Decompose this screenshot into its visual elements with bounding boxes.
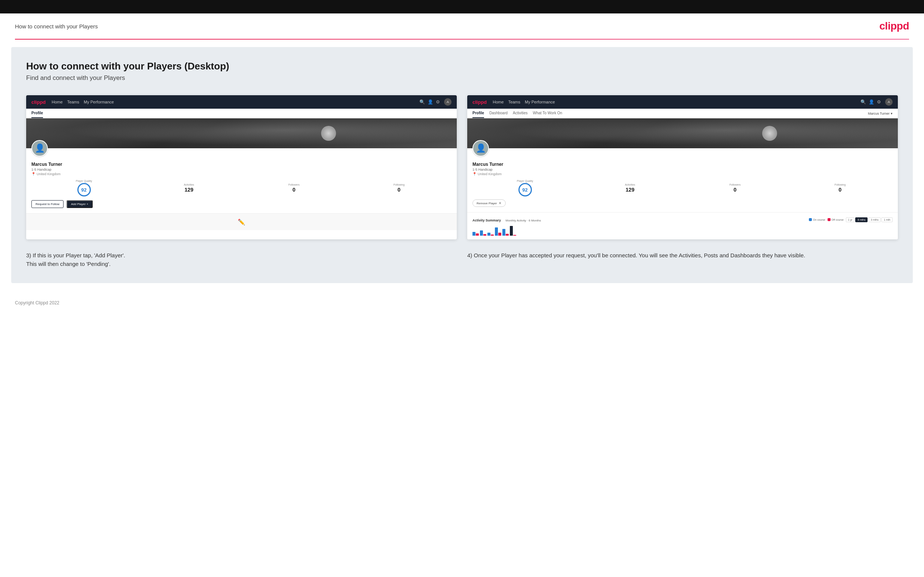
description-text-right: 4) Once your Player has accepted your re… [467,251,898,260]
tab-profile-left[interactable]: Profile [31,109,43,118]
time-buttons: 1 yr 6 mths 3 mths 1 mth [846,218,893,222]
player-name-left: Marcus Turner [31,162,452,167]
followers-value-right: 0 [734,187,737,193]
avatar-icon-left: 👤 [35,143,45,153]
tab-activities-right[interactable]: Activities [513,109,527,118]
bar-group-6 [510,226,516,236]
main-title: How to connect with your Players (Deskto… [26,61,898,72]
profile-banner-right [467,118,898,148]
tab-bar-right: Profile Dashboard Activities What To Wor… [467,109,898,118]
app-nav-links-right: Home Teams My Performance [493,100,855,104]
edit-icon-left: ✏️ [238,219,245,226]
banner-image-left [26,118,457,148]
bar-off-3 [491,235,494,236]
user-icon-right[interactable]: 👤 [869,99,874,105]
time-btn-1mth[interactable]: 1 mth [881,218,893,222]
bar-off-1 [476,234,479,236]
app-nav-icons-right: 🔍 👤 ⚙ A [861,98,893,106]
top-bar [0,0,924,13]
legend-on-label: On course [813,219,825,221]
legend-on-course: On course [809,218,825,221]
followers-stat-left: Followers 0 [241,184,347,193]
nav-link-performance-left[interactable]: My Performance [84,100,114,104]
time-btn-6mths[interactable]: 6 mths [855,218,867,222]
bar-group-5 [502,229,509,236]
activity-controls: On course Off course 1 yr 6 mths 3 mths … [809,218,893,222]
legend-dot-off [827,218,830,221]
screenshot-bottom-left: ✏️ [26,213,457,230]
header-title: How to connect with your Players [15,23,98,29]
location-text-left: United Kingdom [37,172,61,176]
banner-image-right [467,118,898,148]
quality-stat-left: Player Quality 92 [31,180,136,197]
avatar-left[interactable]: A [444,98,452,106]
descriptions-row: 3) If this is your Player tap, 'Add Play… [26,251,898,268]
avatar-right[interactable]: A [885,98,893,106]
remove-player-x-icon: ✕ [499,201,502,205]
profile-name-area-right: Marcus Turner 1-5 Handicap 📍 United King… [472,152,893,176]
search-icon-left[interactable]: 🔍 [419,99,425,105]
activity-header: Activity Summary Monthly Activity · 6 Mo… [472,216,893,223]
avatar-icon-right: 👤 [476,143,486,153]
bar-group-1 [472,232,479,236]
app-nav-links-left: Home Teams My Performance [52,100,414,104]
main-content: How to connect with your Players (Deskto… [11,47,913,283]
tab-what-to-work-on-right[interactable]: What To Work On [533,109,562,118]
app-nav-icons-left: 🔍 👤 ⚙ A [419,98,452,106]
time-btn-3mths[interactable]: 3 mths [868,218,880,222]
action-buttons-left: Request to Follow Add Player + [31,200,452,208]
add-player-button[interactable]: Add Player + [66,200,93,208]
chevron-down-icon: ▾ [891,112,893,115]
location-pin-icon-left: 📍 [31,172,36,176]
tab-profile-right[interactable]: Profile [472,109,484,118]
player-name-right: Marcus Turner [472,162,893,167]
activities-value-left: 129 [185,187,193,193]
nav-link-teams-left[interactable]: Teams [67,100,79,104]
remove-player-label: Remove Player [477,201,497,205]
activities-value-right: 129 [626,187,634,193]
followers-label-left: Followers [289,184,300,186]
nav-link-home-left[interactable]: Home [52,100,62,104]
time-btn-1yr[interactable]: 1 yr [846,218,855,222]
legend-off-label: Off course [832,219,844,221]
activities-label-right: Activities [625,184,635,186]
nav-link-performance-right[interactable]: My Performance [525,100,555,104]
activities-label-left: Activities [184,184,194,186]
remove-player-area: Remove Player ✕ [472,200,893,207]
following-label-left: Following [394,184,405,186]
nav-link-home-right[interactable]: Home [493,100,504,104]
activities-stat-left: Activities 129 [136,184,241,193]
user-icon-left[interactable]: 👤 [428,99,433,105]
tab-bar-left: Profile [26,109,457,118]
settings-icon-left[interactable]: ⚙ [436,99,441,105]
activity-summary: Activity Summary Monthly Activity · 6 Mo… [467,212,898,239]
quality-stat-right: Player Quality 92 [472,180,577,197]
search-icon-right[interactable]: 🔍 [861,99,866,105]
activity-period: Monthly Activity · 6 Months [506,219,541,222]
quality-circle-right: 92 [519,183,532,197]
screenshots-row: clippd Home Teams My Performance 🔍 👤 ⚙ A… [26,95,898,239]
activities-stat-right: Activities 129 [577,184,683,193]
request-follow-button[interactable]: Request to Follow [31,200,63,208]
bar-on-1 [472,232,475,236]
screenshot-left: clippd Home Teams My Performance 🔍 👤 ⚙ A… [26,95,457,239]
player-handicap-left: 1-5 Handicap [31,168,452,171]
bar-off-2 [483,234,486,236]
player-location-left: 📍 United Kingdom [31,172,452,176]
user-dropdown-right[interactable]: Marcus Turner ▾ [868,109,893,118]
app-logo-left: clippd [31,99,45,105]
quality-label-left: Player Quality [76,180,92,182]
activity-title-group: Activity Summary Monthly Activity · 6 Mo… [472,216,541,223]
remove-player-button[interactable]: Remove Player ✕ [472,200,506,207]
following-stat-left: Following 0 [347,184,452,193]
following-value-right: 0 [839,187,842,193]
following-label-right: Following [835,184,846,186]
bar-off-5 [506,234,509,236]
legend-dot-on [809,218,812,221]
quality-label-right: Player Quality [517,180,533,182]
settings-icon-right[interactable]: ⚙ [877,99,882,105]
tab-dashboard-right[interactable]: Dashboard [489,109,507,118]
user-dropdown-label: Marcus Turner [868,112,890,115]
nav-link-teams-right[interactable]: Teams [508,100,520,104]
main-subtitle: Find and connect with your Players [26,74,898,82]
